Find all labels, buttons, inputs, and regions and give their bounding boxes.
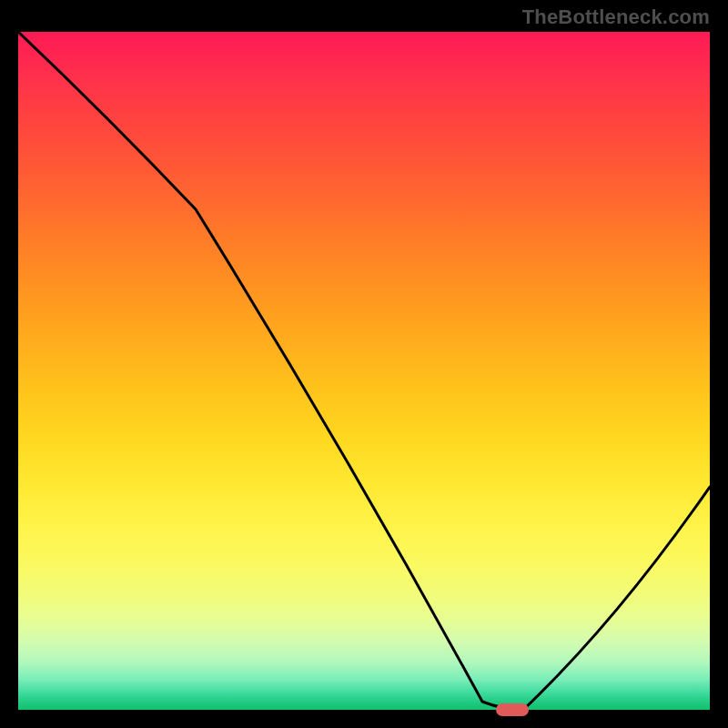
optimum-marker — [496, 703, 529, 716]
curve-path — [18, 32, 710, 710]
plot-area — [18, 32, 710, 710]
bottleneck-chart: TheBottleneck.com — [0, 0, 728, 728]
watermark-text: TheBottleneck.com — [522, 5, 710, 29]
bottleneck-curve — [18, 32, 710, 710]
